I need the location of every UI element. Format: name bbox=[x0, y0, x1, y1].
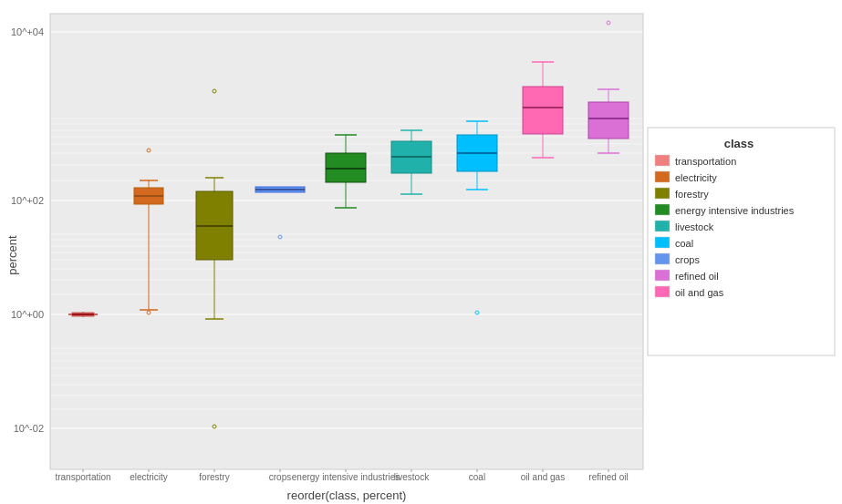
legend-transportation-swatch bbox=[655, 155, 670, 166]
oilgas-box bbox=[523, 87, 563, 134]
legend-livestock-label: livestock bbox=[675, 221, 714, 232]
x-tick-refined-oil: refined oil bbox=[588, 472, 628, 482]
energy-box bbox=[326, 153, 366, 182]
chart-container: 10^-02 10^+00 10^+02 10^+04 percent reor… bbox=[0, 0, 842, 504]
y-tick-1: 10^-02 bbox=[14, 423, 44, 434]
x-tick-crops: crops bbox=[269, 472, 291, 482]
legend-energy-swatch bbox=[655, 204, 670, 215]
legend-energy-label: energy intensive industries bbox=[675, 205, 795, 216]
legend-electricity-label: electricity bbox=[675, 172, 717, 183]
boxplot-chart: 10^-02 10^+00 10^+02 10^+04 percent reor… bbox=[0, 0, 842, 504]
legend-refinedoil-swatch bbox=[655, 270, 670, 281]
x-tick-coal: coal bbox=[469, 472, 485, 482]
legend-forestry-swatch bbox=[655, 188, 670, 199]
y-axis-label: percent bbox=[5, 235, 19, 275]
legend-oilgas-label: oil and gas bbox=[675, 287, 724, 298]
y-tick-2: 10^+00 bbox=[11, 309, 44, 320]
legend-forestry-label: forestry bbox=[675, 189, 709, 200]
plot-area bbox=[50, 14, 643, 469]
legend-crops-swatch bbox=[655, 253, 670, 264]
x-tick-energy: energy intensive industries bbox=[292, 472, 400, 482]
x-tick-livestock: livestock bbox=[394, 472, 430, 482]
refinedoil-box bbox=[588, 102, 629, 139]
x-tick-transportation: transportation bbox=[55, 472, 110, 482]
y-tick-4: 10^+04 bbox=[11, 26, 44, 37]
x-tick-oil-gas: oil and gas bbox=[521, 472, 565, 482]
legend-coal-swatch bbox=[655, 237, 670, 248]
legend-livestock-swatch bbox=[655, 221, 670, 231]
y-tick-3: 10^+02 bbox=[11, 195, 44, 206]
legend-transportation-label: transportation bbox=[675, 156, 736, 167]
legend-electricity-swatch bbox=[655, 171, 670, 182]
legend-title: class bbox=[724, 137, 754, 150]
x-tick-electricity: electricity bbox=[130, 472, 168, 482]
legend-coal-label: coal bbox=[675, 238, 693, 249]
legend-refinedoil-label: refined oil bbox=[675, 271, 719, 282]
legend-crops-label: crops bbox=[675, 254, 700, 265]
x-axis-label: reorder(class, percent) bbox=[287, 489, 407, 502]
x-tick-forestry: forestry bbox=[199, 472, 229, 482]
legend-oilgas-swatch bbox=[655, 286, 670, 297]
